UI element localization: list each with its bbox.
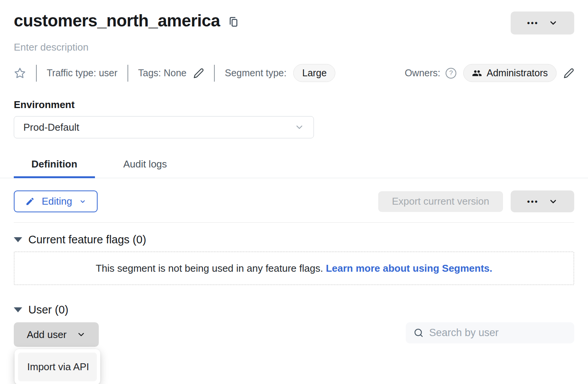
environment-selected-value: Prod-Default: [23, 121, 294, 133]
caret-down-icon: [14, 237, 22, 242]
chevron-down-icon: [549, 197, 558, 206]
chevron-down-icon: [549, 18, 558, 28]
ellipsis-icon: •••: [527, 19, 539, 27]
toolbar-more-button[interactable]: •••: [511, 190, 574, 212]
feature-flags-title: Current feature flags (0): [28, 233, 146, 246]
page-title: customers_north_america: [14, 11, 220, 30]
divider: [214, 65, 215, 82]
feature-flags-empty-state: This segment is not being used in any fe…: [14, 251, 574, 285]
section-divider: [14, 222, 574, 223]
owners-value: Administrators: [487, 67, 548, 79]
chevron-down-icon: [294, 122, 304, 132]
add-user-button[interactable]: Add user: [14, 322, 99, 347]
ellipsis-icon: •••: [527, 198, 539, 205]
export-current-version-button[interactable]: Export current version: [378, 191, 503, 212]
edit-tags-pencil-icon[interactable]: [193, 68, 204, 79]
owners-badge[interactable]: Administrators: [463, 64, 557, 82]
user-search-box[interactable]: [406, 322, 574, 343]
pencil-icon: [25, 197, 35, 206]
editing-label: Editing: [42, 195, 72, 207]
toolbar: Editing Export current version •••: [14, 190, 574, 212]
edit-owners-pencil-icon[interactable]: [564, 68, 574, 79]
empty-state-text: This segment is not being used in any fe…: [96, 263, 326, 274]
tab-definition[interactable]: Definition: [14, 154, 95, 178]
menu-item-import-via-api[interactable]: Import via API: [18, 353, 97, 381]
chevron-down-icon: [77, 330, 86, 339]
owners-group: Owners: ? Administrators: [405, 64, 574, 82]
caret-down-icon: [14, 307, 22, 312]
divider: [127, 65, 128, 82]
segment-type-badge: Large: [293, 64, 335, 82]
header-more-button[interactable]: •••: [511, 11, 574, 34]
favorite-star-icon[interactable]: [14, 67, 26, 79]
tab-audit-logs[interactable]: Audit logs: [106, 154, 185, 178]
user-section-controls: Add user Import via API: [14, 322, 574, 347]
user-section-header[interactable]: User (0): [14, 304, 574, 316]
help-icon[interactable]: ?: [446, 68, 456, 79]
search-by-user-input[interactable]: [429, 327, 567, 339]
meta-row: Traffic type: user Tags: None Segment ty…: [14, 64, 574, 82]
editing-mode-button[interactable]: Editing: [14, 190, 98, 212]
traffic-type-label: Traffic type: user: [47, 67, 118, 79]
add-user-dropdown-menu: Import via API: [15, 349, 100, 384]
chevron-down-icon: [79, 198, 86, 205]
learn-more-link[interactable]: Learn more about using Segments.: [326, 263, 492, 274]
user-section-title: User (0): [28, 304, 69, 316]
owners-label: Owners:: [405, 67, 440, 79]
search-icon: [413, 328, 424, 338]
segment-type-label: Segment type:: [225, 67, 286, 79]
environment-label: Environment: [14, 99, 574, 111]
add-user-label: Add user: [27, 329, 67, 341]
environment-select[interactable]: Prod-Default: [14, 116, 314, 138]
people-icon: [472, 68, 482, 78]
tags-label: Tags: None: [138, 67, 186, 79]
description-placeholder[interactable]: Enter description: [14, 41, 574, 53]
copy-icon[interactable]: [228, 16, 239, 28]
title-row: customers_north_america •••: [14, 0, 574, 34]
tabs-bar: Definition Audit logs: [0, 154, 588, 178]
feature-flags-section-header[interactable]: Current feature flags (0): [14, 233, 574, 246]
segment-detail-page: customers_north_america ••• Enter descri…: [0, 0, 588, 384]
divider: [36, 65, 37, 82]
